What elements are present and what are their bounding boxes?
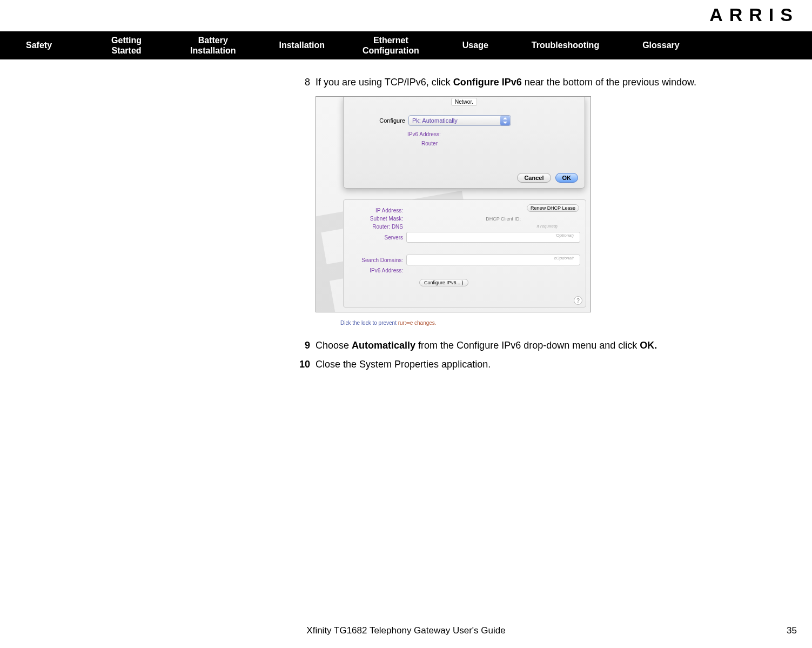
- step-8-number: 8: [297, 76, 310, 89]
- lock-note-b: rur:••e changes.: [398, 320, 437, 326]
- ipv6-address-label: IPv6 Address:: [407, 131, 577, 137]
- cancel-button[interactable]: Cancel: [517, 173, 551, 183]
- subnet-mask-label: Subnet Mask:: [349, 216, 403, 222]
- dns-servers-field[interactable]: [406, 232, 580, 243]
- step-9-number: 9: [297, 339, 310, 352]
- nav-ethernet-l2: Configuration: [363, 45, 419, 56]
- ipv6-address-label-2: IPv6 Address:: [349, 268, 403, 273]
- ipv6-sheet: Networ. Configure Pk: Automatically IPv6…: [343, 97, 585, 189]
- nav-battery-l1: Battery: [190, 35, 236, 45]
- ip-address-label: IP Address:: [349, 208, 403, 213]
- step-9-bold-2: OK.: [640, 340, 657, 351]
- nav-usage[interactable]: Usage: [452, 40, 499, 50]
- page-footer: Xfinity TG1682 Telephony Gateway User's …: [0, 625, 812, 636]
- screenshot-figure: FT Networ. Configure Pk: Automatically I…: [316, 96, 591, 312]
- step-8-text-a: If you are using TCP/IPv6, click: [316, 77, 453, 88]
- step-8-bold: Configure IPv6: [453, 77, 522, 88]
- nav-ethernet-l1: Ethernet: [363, 35, 419, 45]
- footer-title: Xfinity TG1682 Telephony Gateway User's …: [306, 625, 505, 636]
- nav-getting-started-l1: Getting: [111, 35, 142, 45]
- router-dns-label: Router: DNS: [349, 224, 403, 230]
- search-domains-label: Search Domains:: [349, 257, 403, 263]
- step-9-text-a: Choose: [316, 340, 352, 351]
- configure-select-value: Pk: Automatically: [412, 117, 458, 124]
- network-panel: Renew DHCP Lease DHCP Client ID: It requ…: [343, 199, 586, 308]
- configure-label: Configure: [351, 117, 405, 124]
- step-8-text: If you are using TCP/IPv6, click Configu…: [316, 76, 800, 89]
- if-required-hint: It required): [536, 224, 558, 229]
- step-9-bold-1: Automatically: [352, 340, 415, 351]
- optional-hint-1: 'Optional): [555, 233, 574, 238]
- step-9: 9 Choose Automatically from the Configur…: [297, 339, 800, 352]
- step-10: 10 Close the System Properties applicati…: [297, 358, 800, 371]
- nav-safety[interactable]: Safety: [15, 40, 63, 50]
- nav-glossary[interactable]: Glossary: [632, 40, 690, 50]
- step-9-text: Choose Automatically from the Configure …: [316, 339, 800, 352]
- dhcp-client-id-label: DHCP Client ID:: [486, 216, 521, 222]
- configure-ipv6-select[interactable]: Pk: Automatically: [408, 115, 511, 126]
- nav-battery-l2: Installation: [190, 45, 236, 56]
- sheet-title: Networ.: [451, 98, 477, 106]
- step-8-text-c: near the bottom of the previous window.: [522, 77, 696, 88]
- footer-page-number: 35: [787, 625, 797, 636]
- nav-battery[interactable]: Battery Installation: [179, 33, 246, 58]
- lock-note-a: Dick the lock to prevent: [340, 320, 398, 326]
- servers-label: Servers: [349, 235, 403, 241]
- renew-dhcp-button[interactable]: Renew DHCP Lease: [527, 204, 579, 212]
- select-arrows-icon: [500, 116, 510, 125]
- nav-installation[interactable]: Installation: [268, 40, 335, 50]
- help-icon[interactable]: ?: [574, 296, 582, 305]
- nav-ethernet[interactable]: Ethernet Configuration: [352, 33, 430, 58]
- lock-note: Dick the lock to prevent rur:••e changes…: [340, 320, 800, 326]
- optional-hint-2: cOpdonal/: [554, 256, 574, 260]
- top-nav: Safety Getting Started Battery Installat…: [0, 31, 812, 59]
- router-label: Router: [421, 141, 577, 146]
- nav-getting-started-l2: Started: [111, 45, 142, 56]
- nav-troubleshooting[interactable]: Troubleshooting: [521, 40, 610, 50]
- page-content: 8 If you are using TCP/IPv6, click Confi…: [297, 76, 800, 376]
- step-9-text-c: from the Configure IPv6 drop-down menu a…: [415, 340, 640, 351]
- nav-getting-started[interactable]: Getting Started: [100, 33, 152, 58]
- configure-ipv6-button[interactable]: Configure IPv6... ): [419, 279, 468, 286]
- brand-logo: ARRIS: [709, 4, 799, 25]
- step-10-text: Close the System Properties application.: [316, 358, 800, 371]
- step-10-number: 10: [297, 358, 310, 371]
- step-8: 8 If you are using TCP/IPv6, click Confi…: [297, 76, 800, 89]
- ok-button[interactable]: OK: [555, 173, 579, 183]
